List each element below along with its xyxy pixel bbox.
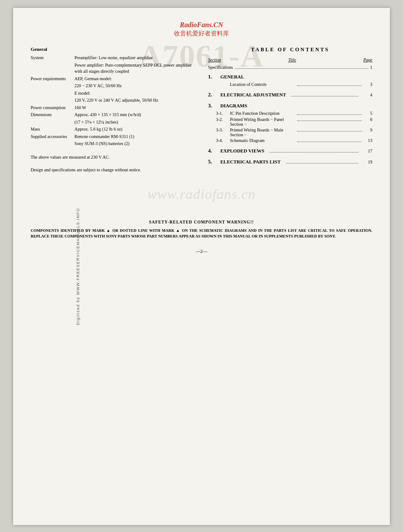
section-title: ELECTRICAL ADJUSTMENT — [220, 92, 286, 97]
spec-label: Power consumption — [31, 104, 74, 112]
sub-page: 5 — [364, 111, 372, 116]
section-page: 19 — [364, 160, 372, 164]
section-title: EXPLODED VIEWS — [220, 148, 264, 153]
section-header-line: 3. DIAGRAMS — [208, 103, 372, 109]
toc-specs-entry: Specifications 1 — [208, 65, 372, 70]
section-num: 5. — [208, 159, 217, 165]
spec-table: SystemPreamplifier: Low-noise, equalizer… — [31, 54, 195, 148]
toc-dots — [286, 163, 358, 163]
table-row: E model: — [31, 90, 195, 97]
page-number: —2— — [31, 248, 372, 254]
spec-label: Power requirements — [31, 75, 74, 83]
spec-value: 120 V, 220 V or 240 V AC adjustable, 50/… — [74, 97, 195, 104]
content-area: General SystemPreamplifier: Low-noise, e… — [31, 46, 372, 173]
section-header-line: 4. EXPLODED VIEWS 17 — [208, 148, 372, 154]
spec-value: Remote commander RM-S311 (1) — [74, 133, 195, 141]
sub-title: Printed Wiring Boards − Main Section − — [230, 128, 295, 137]
section-title: GENERAL — [220, 74, 244, 79]
sub-title: Schematic Diagram — [230, 138, 295, 143]
sub-page: 13 — [364, 138, 372, 143]
table-row: Power consumption160 W — [31, 104, 195, 112]
toc-dots — [297, 121, 362, 121]
section-page: 4 — [364, 92, 372, 97]
sub-title: Printed Wiring Boards − Panel Section − — [230, 117, 295, 127]
safety-header: SAFETY-RELATED COMPONENT WARNING!! — [31, 220, 372, 224]
toc-sub-entry: Location of Controls 3 — [208, 82, 372, 87]
spec-label: Mass — [31, 126, 74, 133]
spec-value: Power amplifier: Pure-complementary SEPP… — [74, 62, 195, 75]
right-column: TABLE OF CONTENTS Section Title Page Spe… — [208, 46, 372, 173]
table-row: Power amplifier: Pure-complementary SEPP… — [31, 62, 195, 75]
spec-value: Preamplifier: Low-noise, equalizer ampli… — [74, 54, 195, 62]
section-page: 17 — [364, 149, 372, 153]
center-watermark: www.radiofans.cn — [31, 186, 372, 202]
sub-page: 6 — [364, 117, 372, 122]
sub-num: 3-3. — [216, 128, 230, 132]
sub-page: 9 — [364, 128, 372, 132]
toc-dots — [297, 142, 362, 142]
sub-num: 3-1. — [216, 111, 230, 116]
spec-label — [31, 119, 74, 126]
section-num: 1. — [208, 74, 217, 80]
section-num: 2. — [208, 92, 217, 98]
spec-value: 220 − 230 V AC, 50/60 Hz — [74, 82, 195, 90]
section-header-line: 2. ELECTRICAL ADJUSTMENT 4 — [208, 92, 372, 98]
site-name: RadioFans.CN — [31, 21, 372, 29]
section-header-line: 1. GENERAL — [208, 74, 372, 80]
spec-label — [31, 140, 74, 148]
col-title: Title — [221, 57, 363, 62]
table-row: (17 × 5⁵⁄₈ × 12¹⁄₂ inches) — [31, 119, 195, 126]
sub-num: 3-4. — [216, 138, 230, 143]
spec-label — [31, 90, 74, 97]
spec-label: Supplied accessories — [31, 133, 74, 141]
spec-value: E model: — [74, 90, 195, 97]
note1: The above values are measured at 230 V A… — [31, 154, 195, 160]
safety-text: COMPONENTS IDENTIFIED BY MARK ▲ OR DOTTE… — [31, 228, 372, 240]
toc-sub-entry: 3-4. Schematic Diagram 13 — [208, 138, 372, 143]
specs-page: 1 — [370, 65, 372, 70]
toc-dots — [297, 85, 362, 86]
table-row: 120 V, 220 V or 240 V AC adjustable, 50/… — [31, 97, 195, 104]
spec-label: System — [31, 54, 74, 62]
site-subtitle: 收音机爱好者资料库 — [31, 30, 372, 38]
table-row: MassApprox. 5.6 kg (12 lb 6 oz) — [31, 126, 195, 133]
note2: Design and specifications are subject to… — [31, 167, 195, 173]
table-row: Sony SUM-3 (NS) batteries (2) — [31, 140, 195, 148]
spec-label — [31, 97, 74, 104]
spec-value: Approx. 5.6 kg (12 lb 6 oz) — [74, 126, 195, 133]
toc-dots — [235, 68, 368, 69]
sub-title: Location of Controls — [230, 82, 295, 87]
table-row: DimensionsApprox. 430 × 135 × 315 mm (w/… — [31, 111, 195, 119]
toc-section-block: 1. GENERAL Location of Controls 3 — [208, 74, 372, 87]
table-row: Power requirementsAEP, German model: — [31, 75, 195, 83]
col-page: Page — [363, 57, 372, 62]
toc-sub-entry: 3-1. IC Pin Function Description 5 — [208, 111, 372, 116]
toc-col-headers: Section Title Page — [208, 57, 372, 62]
sub-page: 3 — [364, 82, 372, 87]
side-text: Digitized by WWW.FREESERVICEMANUALS.INFO — [76, 208, 80, 325]
toc-section-block: 5. ELECTRICAL PARTS LIST 19 — [208, 159, 372, 165]
spec-value: AEP, German model: — [74, 75, 195, 83]
toc-section-block: 3. DIAGRAMS 3-1. IC Pin Function Descrip… — [208, 103, 372, 143]
col-section: Section — [208, 57, 221, 62]
toc-sub-entry: 3-2. Printed Wiring Boards − Panel Secti… — [208, 117, 372, 127]
spec-label: Dimensions — [31, 111, 74, 119]
toc-section-block: 2. ELECTRICAL ADJUSTMENT 4 — [208, 92, 372, 98]
toc-dots — [269, 152, 358, 153]
toc-dots — [297, 114, 362, 115]
section-title: ELECTRICAL PARTS LIST — [220, 159, 281, 164]
safety-section: SAFETY-RELATED COMPONENT WARNING!! COMPO… — [31, 220, 372, 240]
spec-value: Sony SUM-3 (NS) batteries (2) — [74, 140, 195, 148]
section-num: 3. — [208, 103, 217, 109]
toc-dots — [291, 96, 358, 96]
toc-dots — [297, 131, 362, 131]
toc-title: TABLE OF CONTENTS — [208, 46, 372, 53]
section-header-line: 5. ELECTRICAL PARTS LIST 19 — [208, 159, 372, 165]
specs-label: Specifications — [208, 65, 233, 70]
sub-title: IC Pin Function Description — [230, 111, 295, 116]
table-row: Supplied accessoriesRemote commander RM-… — [31, 133, 195, 141]
section-num: 4. — [208, 148, 217, 154]
header: RadioFans.CN 收音机爱好者资料库 — [31, 21, 372, 38]
general-header: General — [31, 46, 195, 52]
sub-num: 3-2. — [216, 117, 230, 122]
